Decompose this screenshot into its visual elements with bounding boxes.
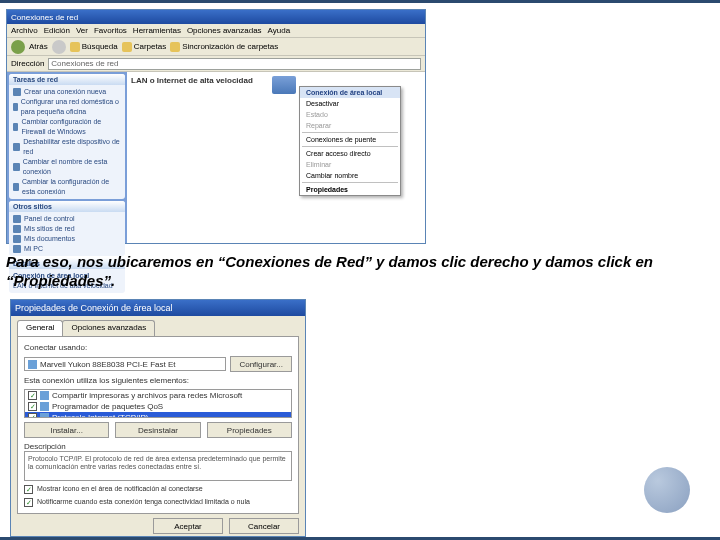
lan-connection-icon[interactable] [272,76,296,94]
uses-label: Esta conexión utiliza los siguientes ele… [24,376,292,385]
side-task[interactable]: Configurar una red doméstica o para pequ… [13,97,121,117]
search-label: Búsqueda [82,42,118,51]
forward-icon[interactable] [52,40,66,54]
folders-button[interactable]: Carpetas [122,42,166,52]
task-icon [13,103,18,111]
side-task-label: Configurar una red doméstica o para pequ… [21,97,121,117]
ctx-separator [302,132,398,133]
side-panel: Tareas de red Crear una conexión nueva C… [7,72,127,243]
win1-title: Conexiones de red [11,13,78,22]
menu-item[interactable]: Ayuda [268,26,291,35]
list-item-label: Protocolo Internet (TCP/IP) [52,413,148,418]
tab-general[interactable]: General [17,320,63,336]
checkbox-label: Notificarme cuando esta conexión tenga c… [37,498,250,506]
adapter-name: Marvell Yukon 88E8038 PCI-E Fast Et [40,360,175,369]
list-item[interactable]: ✓Compartir impresoras y archivos para re… [25,390,291,401]
side-task[interactable]: Deshabilitar este dispositivo de red [13,137,121,157]
ctx-item[interactable]: Estado [300,109,400,120]
task-icon [13,143,20,151]
task-icon [13,183,19,191]
checkbox-icon[interactable]: ✓ [24,485,33,494]
show-icon-checkbox[interactable]: ✓Mostrar icono en el área de notificació… [24,485,292,494]
side-other-item[interactable]: Panel de control [13,214,121,224]
ctx-item[interactable]: Reparar [300,120,400,131]
checkbox-icon[interactable]: ✓ [28,391,37,400]
menu-item[interactable]: Opciones avanzadas [187,26,262,35]
tab-strip: General Opciones avanzadas [17,320,299,336]
menu-item[interactable]: Ver [76,26,88,35]
win1-menubar: Archivo Edición Ver Favoritos Herramient… [7,24,425,38]
search-button[interactable]: Búsqueda [70,42,118,52]
list-item-label: Programador de paquetes QoS [52,402,163,411]
side-task[interactable]: Cambiar la configuración de esta conexió… [13,177,121,197]
menu-item[interactable]: Favoritos [94,26,127,35]
general-panel: Conectar usando: Marvell Yukon 88E8038 P… [17,336,299,514]
win1-content: LAN o Internet de alta velocidad Conexió… [127,72,425,243]
list-item-selected[interactable]: ✓Protocolo Internet (TCP/IP) [25,412,291,418]
back-icon[interactable] [11,40,25,54]
ctx-item[interactable]: Desactivar [300,98,400,109]
address-field[interactable]: Conexiones de red [48,58,421,70]
win1-toolbar: Atrás Búsqueda Carpetas Sincronización d… [7,38,425,56]
side-task-label: Crear una conexión nueva [24,87,106,97]
side-tasks: Tareas de red Crear una conexión nueva C… [9,74,125,199]
cancel-button[interactable]: Cancelar [229,518,299,534]
ctx-item[interactable]: Conexiones de puente [300,134,400,145]
checkbox-icon[interactable]: ✓ [28,413,37,418]
side-other-label: Panel de control [24,214,75,224]
task-icon [13,163,20,171]
ok-button[interactable]: Aceptar [153,518,223,534]
tab-advanced[interactable]: Opciones avanzadas [62,320,155,336]
side-other-label: Mis documentos [24,234,75,244]
address-bar: Dirección Conexiones de red [7,56,425,72]
side-task[interactable]: Crear una conexión nueva [13,87,121,97]
ctx-properties[interactable]: Propiedades [300,184,400,195]
ctx-item[interactable]: Crear acceso directo [300,148,400,159]
ctx-item[interactable]: Eliminar [300,159,400,170]
sync-button[interactable]: Sincronización de carpetas [170,42,278,52]
ctx-title: Conexión de área local [300,87,400,98]
ctx-item[interactable]: Cambiar nombre [300,170,400,181]
back-label: Atrás [29,42,48,51]
folders-label: Carpetas [134,42,166,51]
side-task[interactable]: Cambiar el nombre de esta conexión [13,157,121,177]
install-button[interactable]: Instalar... [24,422,109,438]
adapter-field: Marvell Yukon 88E8038 PCI-E Fast Et [24,357,226,371]
component-icon [40,413,49,418]
side-other-item[interactable]: Mis documentos [13,234,121,244]
component-icon [40,391,49,400]
properties-dialog: Propiedades de Conexión de área local Ge… [10,299,306,537]
instruction-text: Para eso, nos ubicaremos en “Conexiones … [6,253,714,291]
place-icon [13,225,21,233]
side-tasks-hd: Tareas de red [9,74,125,85]
place-icon [13,235,21,243]
configure-button[interactable]: Configurar... [230,356,292,372]
decorative-circle [644,467,690,513]
description-heading: Descripción [24,442,292,451]
ctx-separator [302,182,398,183]
menu-item[interactable]: Edición [44,26,70,35]
sync-label: Sincronización de carpetas [182,42,278,51]
side-other: Otros sitios Panel de control Mis sitios… [9,201,125,256]
checkbox-icon[interactable]: ✓ [28,402,37,411]
network-connections-window: Conexiones de red Archivo Edición Ver Fa… [6,9,426,244]
properties-button[interactable]: Propiedades [207,422,292,438]
components-list[interactable]: ✓Compartir impresoras y archivos para re… [24,389,292,418]
menu-item[interactable]: Herramientas [133,26,181,35]
search-icon [70,42,80,52]
win2-titlebar: Propiedades de Conexión de área local [11,300,305,316]
list-item[interactable]: ✓Programador de paquetes QoS [25,401,291,412]
address-value: Conexiones de red [51,59,118,68]
side-task[interactable]: Cambiar configuración de Firewall de Win… [13,117,121,137]
menu-item[interactable]: Archivo [11,26,38,35]
win1-titlebar: Conexiones de red [7,10,425,24]
uninstall-button[interactable]: Desinstalar [115,422,200,438]
side-other-item[interactable]: Mis sitios de red [13,224,121,234]
notify-checkbox[interactable]: ✓Notificarme cuando esta conexión tenga … [24,498,292,507]
checkbox-icon[interactable]: ✓ [24,498,33,507]
ctx-separator [302,146,398,147]
side-other-hd: Otros sitios [9,201,125,212]
list-item-label: Compartir impresoras y archivos para red… [52,391,242,400]
place-icon [13,215,21,223]
side-task-label: Cambiar el nombre de esta conexión [23,157,121,177]
